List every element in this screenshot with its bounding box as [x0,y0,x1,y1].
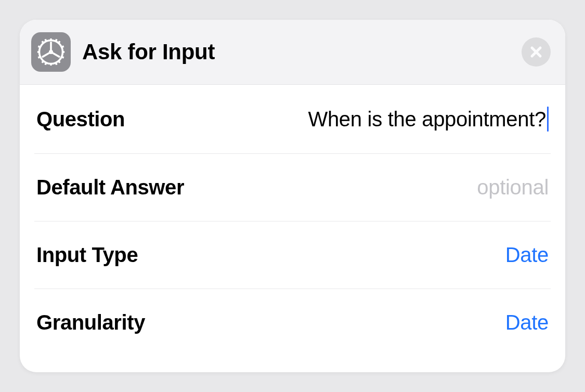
card-header: Ask for Input [20,20,565,85]
default-answer-label: Default Answer [36,176,184,199]
question-value[interactable]: When is the appointment? [308,107,549,132]
default-answer-input[interactable] [285,176,549,199]
svg-line-8 [59,61,60,63]
svg-line-4 [42,52,51,57]
svg-line-14 [62,46,63,47]
input-type-row[interactable]: Input Type Date [34,221,551,289]
parameters-list: Question When is the appointment? Defaul… [20,85,565,372]
svg-line-19 [38,46,40,47]
close-button[interactable] [522,37,551,67]
svg-line-3 [51,52,60,57]
svg-line-16 [56,63,57,64]
question-text: When is the appointment? [308,108,546,131]
granularity-row[interactable]: Granularity Date [34,289,551,356]
close-icon [529,45,543,59]
svg-line-10 [42,61,44,63]
svg-line-17 [45,63,46,64]
input-type-value[interactable]: Date [505,243,549,267]
svg-line-20 [45,39,46,41]
granularity-value[interactable]: Date [505,311,549,334]
card-title: Ask for Input [82,40,510,64]
svg-line-12 [42,41,44,43]
question-label: Question [36,108,125,131]
text-cursor [547,107,549,132]
svg-line-18 [38,57,40,58]
granularity-label: Granularity [36,311,145,334]
default-answer-row[interactable]: Default Answer [34,154,551,221]
svg-line-15 [62,57,63,58]
svg-line-6 [59,41,60,43]
gear-icon [31,32,71,72]
question-row[interactable]: Question When is the appointment? [34,85,551,154]
action-card: Ask for Input Question When is the appoi… [20,20,565,372]
input-type-label: Input Type [36,243,138,267]
svg-line-13 [56,39,57,41]
